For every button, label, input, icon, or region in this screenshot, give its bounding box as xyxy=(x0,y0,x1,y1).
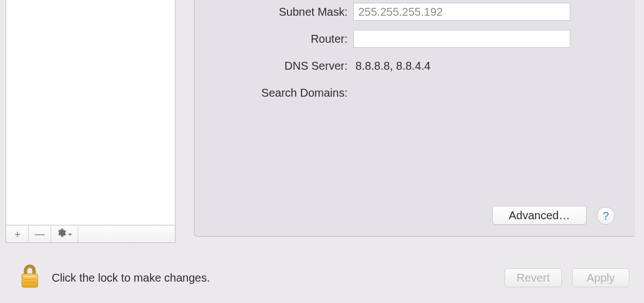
interface-details-panel: Subnet Mask: 255.255.255.192 Router: DNS… xyxy=(194,0,635,237)
search-domains-row: Search Domains: xyxy=(243,83,603,102)
subnet-mask-field[interactable]: 255.255.255.192 xyxy=(353,3,570,21)
dns-server-row: DNS Server: 8.8.8.8, 8.8.4.4 xyxy=(243,56,603,75)
dns-server-value: 8.8.8.8, 8.8.4.4 xyxy=(353,60,430,72)
svg-rect-2 xyxy=(22,274,38,287)
subnet-mask-row: Subnet Mask: 255.255.255.192 xyxy=(243,2,603,21)
revert-button[interactable]: Revert xyxy=(505,268,562,287)
network-settings-form: Subnet Mask: 255.255.255.192 Router: DNS… xyxy=(243,2,603,110)
window-footer: Click the lock to make changes. Revert A… xyxy=(0,252,644,303)
help-button[interactable]: ? xyxy=(597,207,615,225)
network-interfaces-list[interactable] xyxy=(6,0,175,225)
search-domains-label: Search Domains: xyxy=(243,87,353,100)
add-interface-button[interactable]: ＋ xyxy=(6,225,29,242)
chevron-down-icon xyxy=(66,228,73,240)
network-interfaces-panel: ＋ — xyxy=(6,0,175,243)
sidebar-toolbar: ＋ — xyxy=(6,225,175,242)
minus-icon: — xyxy=(35,228,45,240)
router-label: Router: xyxy=(243,33,353,46)
gear-icon xyxy=(56,228,66,241)
help-icon: ? xyxy=(602,210,609,223)
router-field[interactable] xyxy=(353,30,570,48)
subnet-mask-label: Subnet Mask: xyxy=(243,6,353,19)
svg-rect-3 xyxy=(24,276,35,277)
interface-actions-menu[interactable] xyxy=(51,225,78,242)
dns-server-label: DNS Server: xyxy=(243,60,353,73)
lock-hint-text: Click the lock to make changes. xyxy=(52,272,494,284)
lock-icon[interactable] xyxy=(20,264,52,292)
search-domains-value xyxy=(353,87,355,99)
router-row: Router: xyxy=(243,29,603,48)
plus-icon: ＋ xyxy=(12,227,22,241)
remove-interface-button[interactable]: — xyxy=(29,225,51,242)
apply-button[interactable]: Apply xyxy=(572,268,629,287)
toolbar-spacer xyxy=(78,225,175,242)
svg-rect-4 xyxy=(24,279,35,280)
advanced-button[interactable]: Advanced… xyxy=(492,206,587,225)
svg-rect-5 xyxy=(24,282,35,283)
